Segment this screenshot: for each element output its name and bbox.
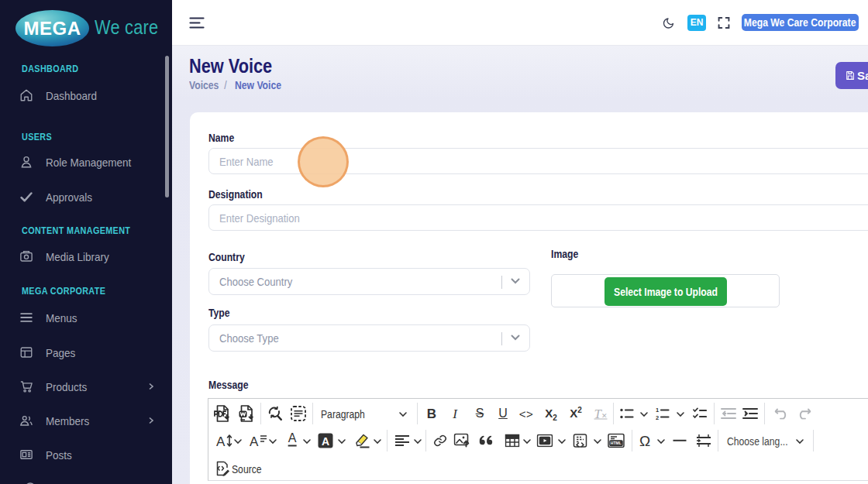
svg-text:A: A bbox=[250, 434, 259, 448]
svg-text:2: 2 bbox=[656, 414, 659, 420]
svg-text:A: A bbox=[216, 434, 226, 448]
svg-text:HTML: HTML bbox=[611, 441, 622, 445]
svg-text:1: 1 bbox=[656, 407, 659, 414]
